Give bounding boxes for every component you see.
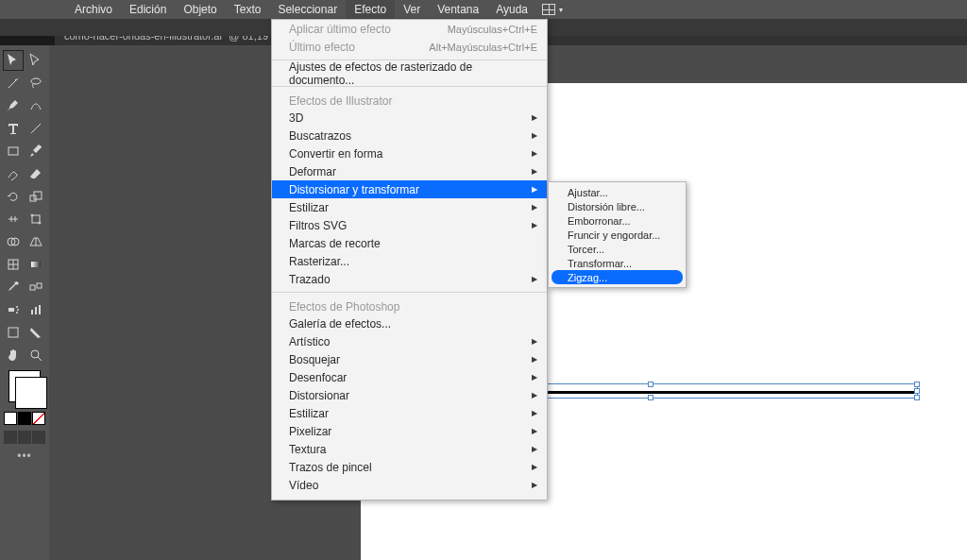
symbol-sprayer-tool[interactable] xyxy=(4,300,23,319)
handle-tr[interactable] xyxy=(914,382,920,387)
menubar: ArchivoEdiciónObjetoTextoSeleccionarEfec… xyxy=(0,0,967,19)
magic-wand-tool[interactable] xyxy=(4,74,23,93)
photoshop-effect-item[interactable]: Desenfocar xyxy=(272,368,547,386)
menu-edición[interactable]: Edición xyxy=(121,0,175,19)
menu-efecto[interactable]: Efecto xyxy=(346,0,395,19)
pen-tool[interactable] xyxy=(4,96,23,115)
submenu-item[interactable]: Ajustar... xyxy=(549,185,686,199)
svg-rect-18 xyxy=(35,307,37,314)
illustrator-effect-item[interactable]: Trazado xyxy=(272,270,547,288)
handle-tm[interactable] xyxy=(648,382,653,387)
artboard-tool[interactable] xyxy=(4,323,23,342)
blend-tool[interactable] xyxy=(26,278,45,297)
illustrator-effect-item[interactable]: 3D xyxy=(272,109,547,127)
submenu-item[interactable]: Torcer... xyxy=(549,242,686,256)
rotate-tool[interactable] xyxy=(4,187,23,206)
photoshop-effect-item[interactable]: Pixelizar xyxy=(272,422,547,440)
lasso-tool[interactable] xyxy=(26,74,45,93)
menu-seleccionar[interactable]: Seleccionar xyxy=(269,0,346,19)
draw-mode-row[interactable] xyxy=(3,431,46,444)
photoshop-effects-header: Efectos de Photoshop xyxy=(272,297,547,314)
screen-mode-button[interactable]: ••• xyxy=(3,450,46,463)
photoshop-effect-item[interactable]: Estilizar xyxy=(272,404,547,422)
direct-selection-tool[interactable] xyxy=(26,51,45,70)
selection-tool[interactable] xyxy=(4,51,23,70)
gradient-tool[interactable] xyxy=(26,255,45,274)
zoom-tool[interactable] xyxy=(26,346,45,365)
menu-ver[interactable]: Ver xyxy=(395,0,429,19)
menu-archivo[interactable]: Archivo xyxy=(66,0,121,19)
shaper-tool[interactable] xyxy=(4,164,23,183)
photoshop-effect-item[interactable]: Trazos de pincel xyxy=(272,458,547,476)
menu-ventana[interactable]: Ventana xyxy=(429,0,487,19)
illustrator-effect-item[interactable]: Rasterizar... xyxy=(272,252,547,270)
slice-tool[interactable] xyxy=(26,323,45,342)
curvature-tool[interactable] xyxy=(26,96,45,115)
free-transform-tool[interactable] xyxy=(26,210,45,229)
svg-point-16 xyxy=(16,312,18,314)
photoshop-effect-item[interactable]: Galería de efectos... xyxy=(272,314,547,332)
photoshop-effect-item[interactable]: Textura xyxy=(272,440,547,458)
submenu-item[interactable]: Transformar... xyxy=(549,256,686,270)
svg-rect-2 xyxy=(30,195,36,201)
type-tool[interactable] xyxy=(4,119,23,138)
svg-rect-11 xyxy=(30,285,35,290)
svg-rect-10 xyxy=(31,262,41,267)
handle-br[interactable] xyxy=(914,395,920,400)
svg-rect-20 xyxy=(8,328,18,337)
svg-rect-12 xyxy=(37,283,42,288)
arrange-documents-button[interactable]: ▾ xyxy=(542,4,563,15)
eyedropper-tool[interactable] xyxy=(4,278,23,297)
effect-menu-dropdown: Aplicar último efectoMayúsculas+Ctrl+E Ú… xyxy=(271,19,548,501)
last-effect-item[interactable]: Último efectoAlt+Mayúsculas+Ctrl+E xyxy=(272,38,547,56)
menu-ayuda[interactable]: Ayuda xyxy=(487,0,536,19)
svg-rect-17 xyxy=(31,310,33,314)
menu-texto[interactable]: Texto xyxy=(226,0,270,19)
raster-settings-item[interactable]: Ajustes de efectos de rasterizado de doc… xyxy=(272,64,547,82)
svg-point-15 xyxy=(17,309,19,311)
shape-builder-tool[interactable] xyxy=(4,232,23,251)
mesh-tool[interactable] xyxy=(4,255,23,274)
rectangle-tool[interactable] xyxy=(4,142,23,161)
photoshop-effect-item[interactable]: Distorsionar xyxy=(272,386,547,404)
paintbrush-tool[interactable] xyxy=(26,142,45,161)
apply-last-effect-item[interactable]: Aplicar último efectoMayúsculas+Ctrl+E xyxy=(272,20,547,38)
photoshop-effect-item[interactable]: Vídeo xyxy=(272,476,547,494)
illustrator-effect-item[interactable]: Deformar xyxy=(272,162,547,180)
fill-stroke-swatch[interactable] xyxy=(8,370,41,402)
graph-tool[interactable] xyxy=(26,300,45,319)
photoshop-effect-item[interactable]: Bosquejar xyxy=(272,350,547,368)
line-tool[interactable] xyxy=(26,119,45,138)
svg-rect-19 xyxy=(39,305,41,314)
svg-point-14 xyxy=(16,306,18,308)
illustrator-effect-item[interactable]: Marcas de recorte xyxy=(272,234,547,252)
svg-rect-4 xyxy=(32,215,40,223)
submenu-item[interactable]: Distorsión libre... xyxy=(549,199,686,213)
handle-bm[interactable] xyxy=(648,395,653,400)
illustrator-effects-header: Efectos de Illustrator xyxy=(272,91,547,109)
scale-tool[interactable] xyxy=(26,187,45,206)
tool-panel: ••• xyxy=(0,45,49,560)
width-tool[interactable] xyxy=(4,210,23,229)
handle-mr[interactable] xyxy=(914,388,920,394)
submenu-item[interactable]: Emborronar... xyxy=(549,213,686,228)
svg-rect-13 xyxy=(8,308,14,312)
svg-point-21 xyxy=(31,350,39,358)
submenu-item[interactable]: Fruncir y engordar... xyxy=(549,228,686,242)
eraser-tool[interactable] xyxy=(26,164,45,183)
color-mode-row[interactable] xyxy=(3,412,46,425)
photoshop-effect-item[interactable]: Artístico xyxy=(272,332,547,350)
submenu-item[interactable]: Zigzag... xyxy=(551,270,683,284)
illustrator-effect-item[interactable]: Estilizar xyxy=(272,198,547,216)
illustrator-effect-item[interactable]: Convertir en forma xyxy=(272,144,547,162)
svg-rect-1 xyxy=(8,147,18,155)
menu-objeto[interactable]: Objeto xyxy=(175,0,225,19)
hand-tool[interactable] xyxy=(4,346,23,365)
distort-transform-submenu: Ajustar...Distorsión libre...Emborronar.… xyxy=(548,181,687,288)
illustrator-effect-item[interactable]: Buscatrazos xyxy=(272,127,547,144)
svg-point-0 xyxy=(31,78,41,84)
perspective-tool[interactable] xyxy=(26,232,45,251)
illustrator-effect-item[interactable]: Distorsionar y transformar xyxy=(272,180,547,198)
illustrator-effect-item[interactable]: Filtros SVG xyxy=(272,216,547,234)
